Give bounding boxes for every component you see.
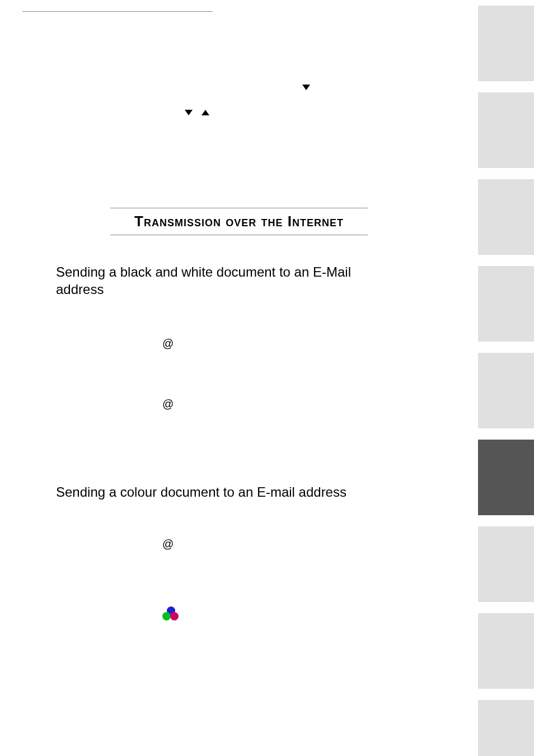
side-tab[interactable] xyxy=(478,700,534,756)
section-heading: Transmission over the Internet xyxy=(67,208,411,235)
horizontal-rule-top xyxy=(22,11,213,12)
side-tab-active[interactable] xyxy=(478,440,534,515)
red-circle xyxy=(170,612,179,620)
chevron-down-icon xyxy=(185,110,193,115)
subsection-heading-color: Sending a colour document to an E-mail a… xyxy=(56,483,400,501)
side-tab[interactable] xyxy=(478,179,534,255)
side-tab[interactable] xyxy=(478,6,534,81)
side-tab[interactable] xyxy=(478,266,534,342)
horizontal-rule xyxy=(110,235,368,235)
arrow-indicators xyxy=(22,85,456,152)
at-symbol-icon: @ xyxy=(162,538,456,550)
subsection-heading-bw: Sending a black and white document to an… xyxy=(56,263,400,298)
side-tab[interactable] xyxy=(478,526,534,602)
green-circle xyxy=(162,612,171,620)
rgb-color-icon xyxy=(162,606,179,623)
side-tab[interactable] xyxy=(478,353,534,428)
side-tab[interactable] xyxy=(478,613,534,689)
chevron-down-icon xyxy=(302,85,310,90)
at-symbol-icon: @ xyxy=(162,398,456,410)
at-symbol-icon: @ xyxy=(162,337,456,350)
side-tab-strip xyxy=(478,0,534,756)
side-tab[interactable] xyxy=(478,92,534,168)
chevron-up-icon xyxy=(202,110,209,115)
